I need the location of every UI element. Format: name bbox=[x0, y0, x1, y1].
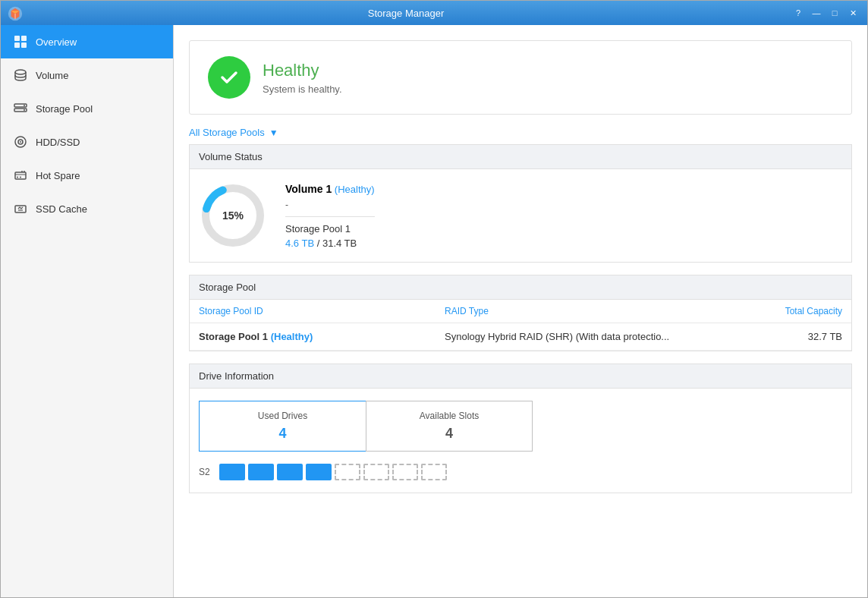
used-drives-label: Used Drives bbox=[212, 411, 354, 421]
volume-usage: 4.6 TB / 31.4 TB bbox=[285, 238, 375, 249]
volume-used: 4.6 TB bbox=[285, 238, 314, 249]
table-header-row: Storage Pool ID RAID Type Total Capacity bbox=[190, 300, 851, 323]
health-title: Healthy bbox=[263, 61, 342, 80]
available-slots-value: 4 bbox=[379, 426, 520, 442]
drive-stats: Used Drives 4 Available Slots 4 bbox=[199, 401, 842, 452]
volume-icon bbox=[13, 68, 28, 83]
svg-rect-3 bbox=[14, 42, 20, 48]
col-header-id: Storage Pool ID bbox=[199, 306, 445, 316]
health-text: Healthy System is healthy. bbox=[263, 61, 342, 95]
overview-icon bbox=[13, 34, 28, 49]
volume-dash: - bbox=[285, 200, 375, 217]
sidebar-item-ssd-cache[interactable]: SSD Cache bbox=[1, 192, 173, 225]
col-header-capacity: Total Capacity bbox=[690, 306, 842, 316]
maximize-button[interactable]: □ bbox=[826, 6, 843, 20]
svg-point-9 bbox=[24, 109, 25, 111]
drive-slot-6 bbox=[363, 464, 389, 480]
help-button[interactable]: ? bbox=[790, 6, 807, 20]
drive-slot-4 bbox=[306, 464, 332, 480]
storage-pool-icon bbox=[13, 101, 28, 116]
svg-point-8 bbox=[24, 105, 25, 106]
volume-percent: 15% bbox=[222, 209, 244, 222]
window-title: Storage Manager bbox=[22, 8, 790, 19]
table-row[interactable]: Storage Pool 1 (Healthy) Synology Hybrid… bbox=[190, 323, 851, 351]
hdd-ssd-icon bbox=[13, 134, 28, 150]
app-window: Storage Manager ? — □ ✕ Overview bbox=[0, 0, 868, 598]
sidebar-overview-label: Overview bbox=[36, 36, 77, 48]
drive-info-panel: Used Drives 4 Available Slots 4 S2 bbox=[189, 389, 852, 493]
sidebar-ssd-cache-label: SSD Cache bbox=[36, 203, 87, 215]
storage-pools-filter[interactable]: All Storage Pools ▼ bbox=[189, 127, 852, 138]
svg-point-5 bbox=[15, 70, 26, 74]
svg-rect-4 bbox=[21, 42, 27, 48]
volume-name: Volume 1 bbox=[285, 183, 332, 195]
svg-point-16 bbox=[20, 177, 21, 178]
sidebar-item-hdd-ssd[interactable]: HDD/SSD bbox=[1, 125, 173, 159]
used-drives-box: Used Drives 4 bbox=[199, 401, 366, 452]
pool-capacity-cell: 32.7 TB bbox=[690, 331, 842, 342]
volume-pool: Storage Pool 1 bbox=[285, 223, 375, 234]
svg-point-12 bbox=[20, 141, 21, 143]
titlebar: Storage Manager ? — □ ✕ bbox=[1, 1, 867, 25]
slot-group-label: S2 bbox=[199, 467, 210, 477]
drive-slot-7 bbox=[392, 464, 418, 480]
available-slots-label: Available Slots bbox=[379, 411, 520, 421]
svg-rect-13 bbox=[15, 172, 26, 179]
health-banner: Healthy System is healthy. bbox=[189, 40, 852, 115]
available-slots-box: Available Slots 4 bbox=[366, 401, 533, 452]
storage-pool-table: Storage Pool ID RAID Type Total Capacity… bbox=[189, 300, 852, 351]
pool-raid-cell: Synology Hybrid RAID (SHR) (With data pr… bbox=[445, 331, 690, 342]
drive-info-header: Drive Information bbox=[189, 364, 852, 389]
sidebar-item-storage-pool[interactable]: Storage Pool bbox=[1, 92, 173, 125]
hot-spare-icon bbox=[13, 168, 28, 183]
sidebar-hdd-ssd-label: HDD/SSD bbox=[36, 137, 80, 148]
volume-status-text: Healthy bbox=[338, 184, 371, 195]
volume-info: Volume 1 (Healthy) - Storage Pool 1 4.6 … bbox=[285, 183, 375, 249]
filter-label: All Storage Pools bbox=[189, 127, 265, 138]
sidebar-item-overview[interactable]: Overview bbox=[1, 25, 173, 58]
svg-rect-2 bbox=[21, 36, 27, 41]
sidebar-storage-pool-label: Storage Pool bbox=[36, 103, 93, 115]
health-status-icon bbox=[208, 56, 250, 99]
used-drives-value: 4 bbox=[212, 426, 354, 442]
svg-rect-17 bbox=[15, 206, 26, 212]
drive-slot-2 bbox=[248, 464, 274, 480]
sidebar-item-hot-spare[interactable]: Hot Spare bbox=[1, 159, 173, 192]
sidebar-volume-label: Volume bbox=[36, 70, 68, 81]
main-layout: Overview Volume bbox=[1, 25, 867, 597]
drive-slots-row: S2 bbox=[199, 464, 842, 480]
drive-slot-1 bbox=[219, 464, 245, 480]
sidebar-hot-spare-label: Hot Spare bbox=[36, 170, 80, 181]
svg-rect-1 bbox=[14, 36, 20, 41]
minimize-button[interactable]: — bbox=[808, 6, 825, 20]
volume-usage-chart: 15% bbox=[199, 181, 267, 250]
chevron-down-icon: ▼ bbox=[269, 127, 278, 138]
ssd-cache-icon bbox=[13, 201, 28, 216]
svg-point-15 bbox=[17, 177, 18, 178]
volume-status-panel: 15% Volume 1 (Healthy) - Storage Pool 1 … bbox=[189, 169, 852, 263]
volume-status-header: Volume Status bbox=[189, 144, 852, 169]
drive-slot-8 bbox=[421, 464, 447, 480]
app-logo bbox=[7, 5, 22, 20]
health-subtitle: System is healthy. bbox=[263, 83, 342, 95]
content-area: Healthy System is healthy. All Storage P… bbox=[174, 25, 867, 597]
sidebar: Overview Volume bbox=[1, 25, 174, 597]
pool-id-cell: Storage Pool 1 (Healthy) bbox=[199, 331, 445, 342]
storage-pool-header: Storage Pool bbox=[189, 275, 852, 300]
volume-total: 31.4 TB bbox=[322, 238, 357, 249]
drive-slot-5 bbox=[335, 464, 360, 480]
drive-slot-3 bbox=[277, 464, 303, 480]
close-button[interactable]: ✕ bbox=[844, 6, 861, 20]
sidebar-item-volume[interactable]: Volume bbox=[1, 58, 173, 92]
col-header-raid: RAID Type bbox=[445, 306, 690, 316]
window-controls: ? — □ ✕ bbox=[790, 6, 861, 20]
